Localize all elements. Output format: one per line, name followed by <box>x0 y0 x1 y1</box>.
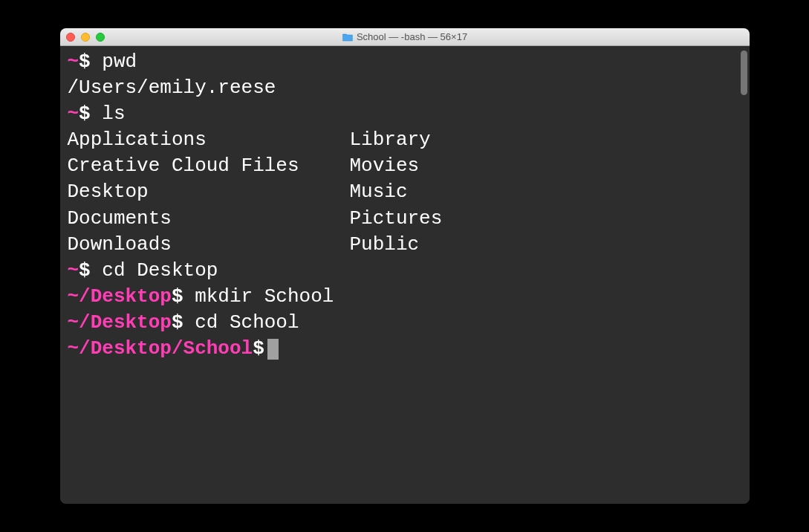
folder-icon <box>342 33 353 42</box>
command-text: cd Desktop <box>91 259 218 282</box>
ls-item: Downloads <box>68 232 350 258</box>
command-text: cd School <box>183 311 299 334</box>
ls-item: Desktop <box>68 179 350 205</box>
prompt-dollar: $ <box>79 259 91 282</box>
window-title-text: School — -bash — 56×17 <box>357 31 467 42</box>
prompt-dollar: $ <box>253 337 264 360</box>
ls-item: Public <box>350 232 443 258</box>
prompt-path: ~ <box>68 103 79 125</box>
close-button[interactable] <box>66 33 75 42</box>
terminal-line: ~/Desktop$ mkdir School <box>68 284 742 310</box>
prompt-dollar: $ <box>172 311 183 334</box>
ls-column: Applications Creative Cloud Files Deskto… <box>68 127 350 257</box>
terminal-line: ~$ cd Desktop <box>68 258 742 284</box>
terminal-body[interactable]: ~$ pwd /Users/emily.reese ~$ ls Applicat… <box>60 46 750 504</box>
command-text: ls <box>91 103 126 125</box>
cursor <box>267 339 279 360</box>
terminal-line: ~/Desktop$ cd School <box>68 310 742 336</box>
ls-output: Applications Creative Cloud Files Deskto… <box>68 127 742 257</box>
zoom-button[interactable] <box>96 33 105 42</box>
prompt-path: ~ <box>68 51 79 73</box>
command-text: pwd <box>91 51 137 73</box>
minimize-button[interactable] <box>81 33 90 42</box>
ls-item: Documents <box>68 206 350 232</box>
prompt-dollar: $ <box>79 103 91 125</box>
terminal-line: ~$ pwd <box>68 49 742 75</box>
window-title: School — -bash — 56×17 <box>342 31 467 42</box>
ls-item: Music <box>350 179 443 205</box>
ls-item: Library <box>350 127 443 153</box>
window-controls <box>66 33 105 42</box>
title-bar[interactable]: School — -bash — 56×17 <box>60 28 750 46</box>
prompt-path: ~ <box>68 259 79 282</box>
terminal-line: ~$ ls <box>68 101 742 127</box>
terminal-line: ~/Desktop/School$ <box>68 336 742 362</box>
ls-column: Library Movies Music Pictures Public <box>350 127 443 257</box>
ls-item: Pictures <box>350 206 443 232</box>
ls-item: Movies <box>350 153 443 179</box>
command-text: mkdir School <box>183 285 334 308</box>
ls-item: Applications <box>68 127 350 153</box>
prompt-dollar: $ <box>172 285 183 308</box>
terminal-output: /Users/emily.reese <box>68 75 742 101</box>
prompt-path: ~/Desktop <box>68 285 172 308</box>
scrollbar-thumb[interactable] <box>741 51 747 95</box>
ls-item: Creative Cloud Files <box>68 153 350 179</box>
prompt-path: ~/Desktop <box>68 311 172 334</box>
prompt-path: ~/Desktop/School <box>68 337 253 360</box>
terminal-window: School — -bash — 56×17 ~$ pwd /Users/emi… <box>60 28 750 504</box>
prompt-dollar: $ <box>79 51 91 73</box>
